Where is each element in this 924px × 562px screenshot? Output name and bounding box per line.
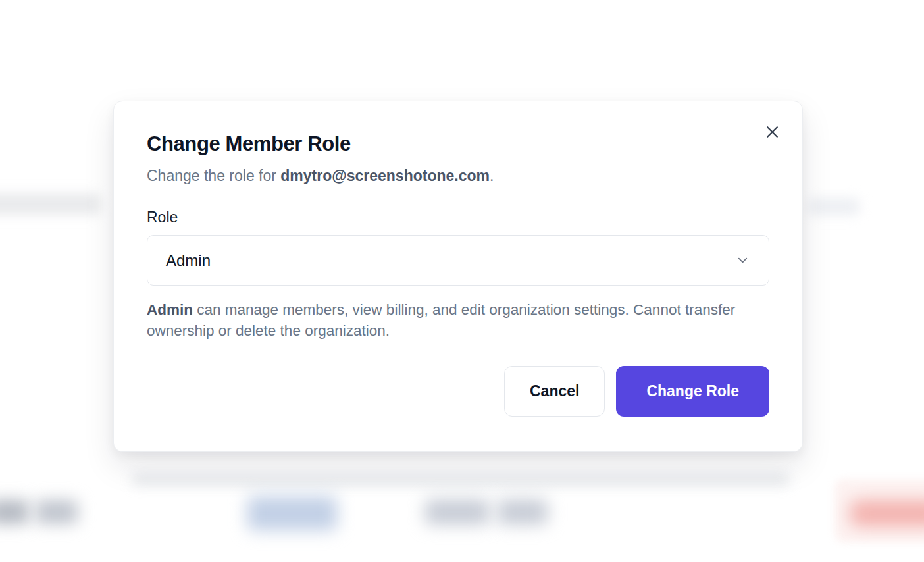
close-button[interactable]	[759, 118, 785, 145]
role-helper-body: can manage members, view billing, and ed…	[147, 301, 735, 339]
blurred-danger-button-label	[850, 500, 924, 526]
blurred-date-text	[425, 499, 490, 524]
description-prefix: Change the role for	[147, 167, 280, 184]
modal-shadow	[132, 475, 790, 484]
dialog-actions: Cancel Change Role	[147, 366, 769, 417]
role-field-label: Role	[147, 209, 769, 226]
chevron-down-icon	[735, 253, 750, 268]
blurred-table-text	[0, 193, 101, 215]
blurred-date-text	[498, 499, 548, 524]
role-select[interactable]: Admin	[147, 235, 769, 286]
cancel-button[interactable]: Cancel	[504, 366, 605, 417]
change-role-button[interactable]: Change Role	[616, 366, 769, 417]
blurred-table-text	[808, 198, 860, 215]
blurred-table-text	[0, 500, 29, 524]
dialog-description: Change the role for dmytro@screenshotone…	[147, 166, 769, 185]
role-helper-role-name: Admin	[147, 301, 193, 318]
dialog-title: Change Member Role	[147, 132, 769, 156]
description-suffix: .	[490, 167, 494, 184]
blurred-role-badge	[247, 496, 337, 530]
page-background: Change Member Role Change the role for d…	[0, 0, 924, 562]
blurred-table-text	[36, 500, 78, 524]
close-icon	[764, 124, 781, 140]
role-selected-value: Admin	[166, 251, 211, 270]
role-helper-text: Admin can manage members, view billing, …	[147, 299, 769, 342]
member-email: dmytro@screenshotone.com	[280, 167, 490, 184]
change-member-role-dialog: Change Member Role Change the role for d…	[113, 101, 803, 452]
